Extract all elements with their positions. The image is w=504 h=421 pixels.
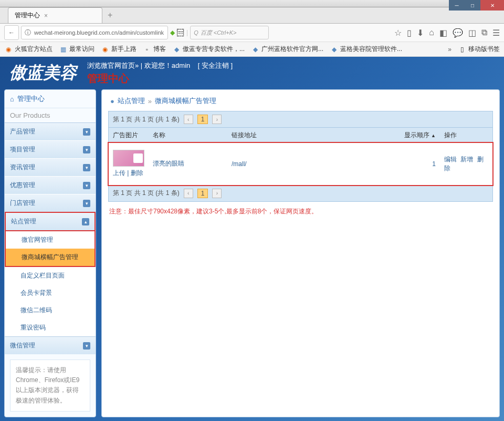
home-icon[interactable]: ⌂	[429, 28, 434, 37]
pager-prev[interactable]: ‹	[184, 189, 193, 198]
submenu-site: 微官网管理 微商城横幅广告管理	[5, 231, 96, 267]
menu-site[interactable]: 站点管理▴	[5, 212, 96, 231]
menu-label: 资讯管理	[10, 163, 35, 172]
pager-next[interactable]: ›	[212, 115, 222, 124]
mobile-bookmark[interactable]: ▯移动版书签	[458, 45, 500, 54]
delete-img-link[interactable]: 删除	[131, 169, 143, 177]
pager-next[interactable]: ›	[212, 189, 222, 198]
bookmark-item[interactable]: ◆傲蓝专营专卖软件，...	[172, 45, 245, 54]
download-icon[interactable]: ⬇	[417, 28, 424, 38]
menu-label: 产品管理	[10, 127, 35, 136]
search-placeholder: 百度 <Ctrl+K>	[201, 29, 237, 37]
bookmark-item[interactable]: ▫博客	[143, 45, 166, 54]
header-text: 浏览微官网首页» | 欢迎您！admin [ 安全注销 ]	[87, 61, 233, 70]
submenu-banner-ad[interactable]: 微商城横幅广告管理	[6, 249, 94, 266]
bookmark-label: 火狐官方站点	[15, 45, 52, 54]
submenu-qrcode[interactable]: 微信二维码	[5, 302, 96, 319]
bookmark-item[interactable]: ◆广州蓝格软件官方网...	[251, 45, 323, 54]
url-text: wechat-meirong.bluegrid.com.cn/admin/cus…	[34, 29, 164, 36]
bookmark-bar: ◉火狐官方站点 ▦最常访问 ◉新手上路 ▫博客 ◆傲蓝专营专卖软件，... ◆广…	[0, 42, 504, 57]
upload-link[interactable]: 上传	[113, 169, 125, 177]
edit-link[interactable]: 编辑	[444, 156, 457, 163]
menu-label: 项目管理	[10, 145, 35, 154]
cell-ops: 编辑 新增 删除	[440, 143, 492, 185]
grid-icon[interactable]: ⿳	[177, 28, 184, 37]
bookmark-overflow-icon[interactable]: »	[448, 46, 452, 53]
tab-close-icon[interactable]: ×	[44, 12, 48, 19]
admin-title: 管理中心	[87, 71, 233, 86]
new-tab-button[interactable]: +	[102, 7, 118, 23]
submenu-card-bg[interactable]: 会员卡背景	[5, 284, 96, 302]
chevron-down-icon: ▾	[83, 342, 90, 350]
menu-wechat[interactable]: 微信管理▾	[5, 336, 96, 354]
logout-link[interactable]: [ 安全注销 ]	[198, 61, 233, 69]
submenu-custom-page[interactable]: 自定义栏目页面	[5, 267, 96, 284]
data-panel: 第 1 页 共 1 页 (共 1 条) ‹ 1 › 广告图片 名称 链接地址 显…	[108, 111, 493, 202]
bookmark-label: 移动版书签	[468, 45, 500, 54]
search-bar[interactable]: Q 百度 <Ctrl+K>	[190, 26, 269, 39]
col-link[interactable]: 链接地址	[227, 128, 393, 143]
breadcrumb-current: 微商城横幅广告管理	[155, 96, 216, 106]
col-order[interactable]: 显示顺序 ▲	[393, 128, 440, 143]
chevron-down-icon: ▾	[83, 200, 90, 207]
col-image[interactable]: 广告图片	[109, 128, 149, 143]
browser-tab-bar: 管理中心 × +	[0, 7, 504, 24]
browse-home-link[interactable]: 浏览微官网首页»	[87, 61, 139, 69]
cell-order: 1	[393, 143, 440, 185]
page-icon: ▫	[143, 45, 151, 54]
submenu-official[interactable]: 微官网管理	[6, 231, 94, 249]
firefox-icon: ◉	[101, 45, 109, 54]
pager-bottom: 第 1 页 共 1 页 (共 1 条) ‹ 1 ›	[109, 186, 492, 201]
shield-icon[interactable]: ◆	[170, 29, 175, 36]
separator: |	[141, 61, 144, 69]
mobile-icon: ▯	[458, 45, 466, 54]
sidebar-icon[interactable]: ◧	[439, 28, 447, 38]
bookmark-label: 傲蓝专营专卖软件，...	[183, 45, 245, 54]
col-name[interactable]: 名称	[149, 128, 227, 143]
bookmark-item[interactable]: ◆蓝格美容院管理软件...	[330, 45, 402, 54]
col-order-label: 显示顺序	[404, 131, 429, 139]
window-minimize[interactable]: ─	[449, 0, 465, 11]
menu-news[interactable]: 资讯管理▾	[5, 158, 96, 176]
pager-current[interactable]: 1	[197, 115, 208, 124]
add-link[interactable]: 新增	[460, 156, 473, 163]
back-button[interactable]: ←	[4, 25, 19, 40]
pager-current[interactable]: 1	[197, 189, 208, 198]
diamond-icon: ◆	[330, 45, 338, 54]
sync-icon[interactable]: ◫	[468, 28, 476, 38]
search-icon: Q	[194, 29, 198, 36]
bookmark-label: 蓝格美容院管理软件...	[340, 45, 402, 54]
bookmark-label: 广州蓝格软件官方网...	[261, 45, 323, 54]
screenshot-icon[interactable]: ⧉	[481, 28, 487, 37]
page-header: 傲蓝美容 浏览微官网首页» | 欢迎您！admin [ 安全注销 ] 管理中心	[0, 57, 504, 89]
browser-nav-bar: ← ⓘ wechat-meirong.bluegrid.com.cn/admin…	[0, 24, 504, 42]
star-icon[interactable]: ☆	[394, 28, 402, 38]
bookmark-item[interactable]: ◉火狐官方站点	[4, 45, 52, 54]
browser-tab[interactable]: 管理中心 ×	[8, 7, 102, 23]
sidebar-header[interactable]: ⌂ 管理中心	[5, 90, 96, 108]
submenu-reset-pwd[interactable]: 重设密码	[5, 319, 96, 336]
ad-thumbnail[interactable]	[113, 150, 144, 167]
col-ops[interactable]: 操作	[440, 128, 492, 143]
sort-asc-icon: ▲	[431, 133, 436, 138]
note-text: 注意：最佳尺寸790x428像素，建议3-5个,最多显示前8个，保证网页速度。	[108, 202, 493, 221]
window-close[interactable]: ✕	[480, 0, 504, 11]
menu-promo[interactable]: 优惠管理▾	[5, 176, 96, 194]
pocket-icon[interactable]: ▯	[407, 28, 412, 38]
url-bar[interactable]: ⓘ wechat-meirong.bluegrid.com.cn/admin/c…	[21, 26, 168, 39]
menu-icon[interactable]: ☰	[492, 28, 500, 38]
menu-project[interactable]: 项目管理▾	[5, 140, 96, 158]
menu-product[interactable]: 产品管理▾	[5, 122, 96, 140]
chat-icon[interactable]: 💬	[453, 28, 463, 38]
chevron-down-icon: ▾	[83, 146, 90, 153]
breadcrumb-site[interactable]: 站点管理	[118, 96, 145, 106]
chevron-down-icon: ▾	[83, 128, 90, 136]
separator: »	[148, 97, 152, 105]
bookmark-item[interactable]: ▦最常访问	[59, 45, 94, 54]
separator: |	[186, 29, 188, 36]
bookmark-item[interactable]: ◉新手上路	[101, 45, 136, 54]
sidebar-title: 管理中心	[17, 94, 45, 104]
menu-store[interactable]: 门店管理▾	[5, 194, 96, 212]
pager-prev[interactable]: ‹	[184, 115, 193, 124]
window-maximize[interactable]: □	[465, 0, 480, 11]
